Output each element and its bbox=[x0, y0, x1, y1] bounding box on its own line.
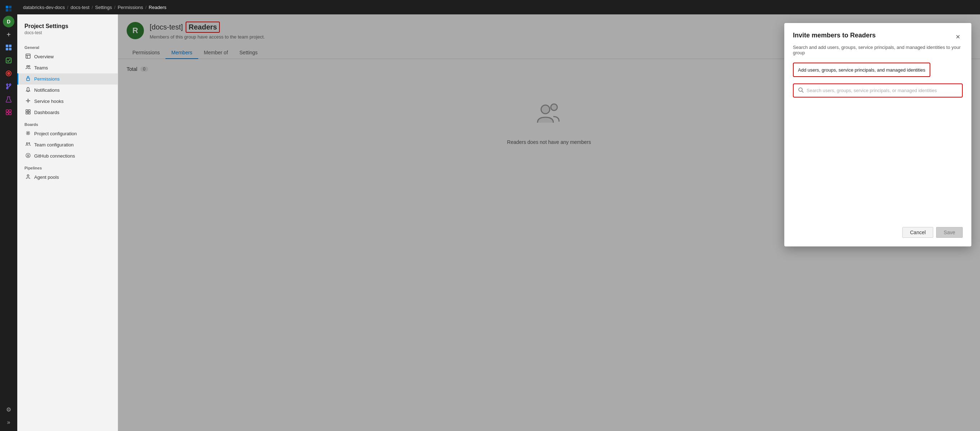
svg-rect-8 bbox=[6, 58, 11, 63]
puzzle-activity-icon[interactable] bbox=[3, 107, 14, 118]
svg-rect-3 bbox=[9, 9, 11, 11]
teams-icon bbox=[25, 65, 30, 71]
breadcrumb-permissions[interactable]: Permissions bbox=[118, 5, 143, 10]
logo-icon[interactable] bbox=[3, 3, 14, 14]
sidebar-item-service-hooks[interactable]: Service hooks bbox=[17, 96, 118, 107]
svg-point-32 bbox=[27, 132, 29, 134]
svg-rect-21 bbox=[26, 54, 30, 58]
svg-rect-19 bbox=[6, 113, 8, 115]
check-activity-icon[interactable] bbox=[3, 55, 14, 66]
expand-activity-icon[interactable]: » bbox=[3, 417, 14, 428]
breadcrumb-readers: Readers bbox=[149, 5, 166, 10]
invite-members-modal: Invite members to Readers ✕ Search and a… bbox=[784, 23, 971, 247]
svg-rect-26 bbox=[27, 78, 30, 81]
search-user-icon bbox=[798, 87, 804, 94]
section-pipelines: Pipelines bbox=[17, 162, 118, 172]
breadcrumb: databricks-dev-docs / docs-test / Settin… bbox=[17, 0, 980, 14]
service-hooks-icon bbox=[25, 98, 30, 104]
breadcrumb-docs-test[interactable]: docs-test bbox=[70, 5, 89, 10]
section-general: General bbox=[17, 41, 118, 51]
project-settings-title: Project Settings bbox=[24, 23, 110, 30]
github-icon bbox=[25, 153, 30, 159]
branch-activity-icon[interactable] bbox=[3, 81, 14, 92]
cancel-button[interactable]: Cancel bbox=[902, 227, 933, 238]
svg-rect-6 bbox=[6, 48, 8, 50]
sidebar-item-project-configuration[interactable]: Project configuration bbox=[17, 128, 118, 139]
activity-bar: D + ⚙ » bbox=[0, 0, 17, 431]
modal-header: Invite members to Readers ✕ bbox=[793, 32, 963, 42]
service-hooks-label: Service hooks bbox=[34, 99, 64, 104]
svg-rect-30 bbox=[26, 112, 28, 114]
team-configuration-label: Team configuration bbox=[34, 142, 74, 148]
sidebar-item-team-configuration[interactable]: Team configuration bbox=[17, 139, 118, 150]
save-button[interactable]: Save bbox=[936, 227, 963, 238]
notifications-icon bbox=[25, 87, 30, 93]
modal-close-button[interactable]: ✕ bbox=[953, 32, 963, 42]
modal-footer: Cancel Save bbox=[793, 227, 963, 238]
dashboards-icon bbox=[25, 110, 30, 116]
agent-pools-icon bbox=[25, 174, 30, 180]
content-area: R [docs-test] Readers Members of this gr… bbox=[118, 14, 980, 431]
sidebar-header: Project Settings docs-test bbox=[17, 20, 118, 41]
overview-icon bbox=[25, 54, 30, 60]
sidebar-item-github-connections[interactable]: GitHub connections bbox=[17, 150, 118, 162]
svg-rect-28 bbox=[26, 110, 28, 111]
modal-section-label: Add users, groups, service principals, a… bbox=[798, 67, 925, 73]
team-config-icon bbox=[25, 142, 30, 148]
sidebar-item-permissions[interactable]: Permissions bbox=[17, 73, 118, 84]
project-config-icon bbox=[25, 130, 30, 137]
svg-rect-5 bbox=[9, 45, 11, 47]
settings-activity-icon[interactable]: ⚙ bbox=[3, 404, 14, 415]
project-settings-subtitle: docs-test bbox=[24, 30, 110, 35]
add-icon[interactable]: + bbox=[3, 29, 14, 40]
svg-point-24 bbox=[27, 65, 28, 67]
svg-point-14 bbox=[10, 84, 11, 85]
breadcrumb-settings[interactable]: Settings bbox=[95, 5, 112, 10]
target-activity-icon[interactable] bbox=[3, 68, 14, 79]
svg-line-40 bbox=[802, 91, 803, 92]
svg-rect-4 bbox=[6, 45, 8, 47]
sidebar-item-teams[interactable]: Teams bbox=[17, 62, 118, 73]
modal-description: Search and add users, groups, service pr… bbox=[793, 45, 963, 56]
svg-rect-7 bbox=[9, 48, 11, 50]
project-configuration-label: Project configuration bbox=[34, 131, 77, 136]
modal-title: Invite members to Readers bbox=[793, 32, 876, 39]
sidebar-item-notifications[interactable]: Notifications bbox=[17, 84, 118, 96]
dashboards-label: Dashboards bbox=[34, 110, 59, 115]
sidebar-item-overview[interactable]: Overview bbox=[17, 51, 118, 62]
svg-rect-0 bbox=[6, 6, 8, 8]
svg-point-35 bbox=[26, 153, 30, 157]
svg-point-33 bbox=[27, 143, 28, 144]
svg-point-39 bbox=[799, 88, 802, 91]
sidebar-item-agent-pools[interactable]: Agent pools bbox=[17, 172, 118, 183]
svg-point-25 bbox=[29, 65, 30, 67]
svg-point-12 bbox=[6, 84, 8, 85]
teams-label: Teams bbox=[34, 65, 48, 70]
svg-rect-1 bbox=[9, 6, 11, 8]
overview-label: Overview bbox=[34, 54, 54, 59]
breadcrumb-databricks[interactable]: databricks-dev-docs bbox=[23, 5, 65, 10]
svg-rect-29 bbox=[29, 110, 30, 111]
notifications-label: Notifications bbox=[34, 87, 60, 93]
flask-activity-icon[interactable] bbox=[3, 94, 14, 105]
svg-point-13 bbox=[6, 87, 8, 89]
svg-rect-18 bbox=[9, 110, 11, 112]
sidebar: Project Settings docs-test General Overv… bbox=[17, 14, 118, 431]
search-input-wrap[interactable] bbox=[793, 83, 963, 97]
boards-activity-icon[interactable] bbox=[3, 42, 14, 53]
svg-point-34 bbox=[29, 143, 30, 144]
svg-point-36 bbox=[27, 175, 29, 177]
main-layout: Project Settings docs-test General Overv… bbox=[17, 14, 980, 431]
svg-point-27 bbox=[27, 100, 29, 102]
svg-rect-17 bbox=[6, 110, 8, 112]
svg-rect-2 bbox=[6, 9, 8, 11]
user-avatar[interactable]: D bbox=[3, 16, 14, 27]
github-connections-label: GitHub connections bbox=[34, 153, 75, 159]
sidebar-item-dashboards[interactable]: Dashboards bbox=[17, 107, 118, 118]
svg-point-11 bbox=[8, 73, 9, 74]
permissions-label: Permissions bbox=[34, 76, 60, 82]
svg-rect-20 bbox=[9, 113, 11, 115]
agent-pools-label: Agent pools bbox=[34, 175, 59, 180]
search-input[interactable] bbox=[807, 88, 958, 93]
permissions-icon bbox=[25, 76, 30, 82]
